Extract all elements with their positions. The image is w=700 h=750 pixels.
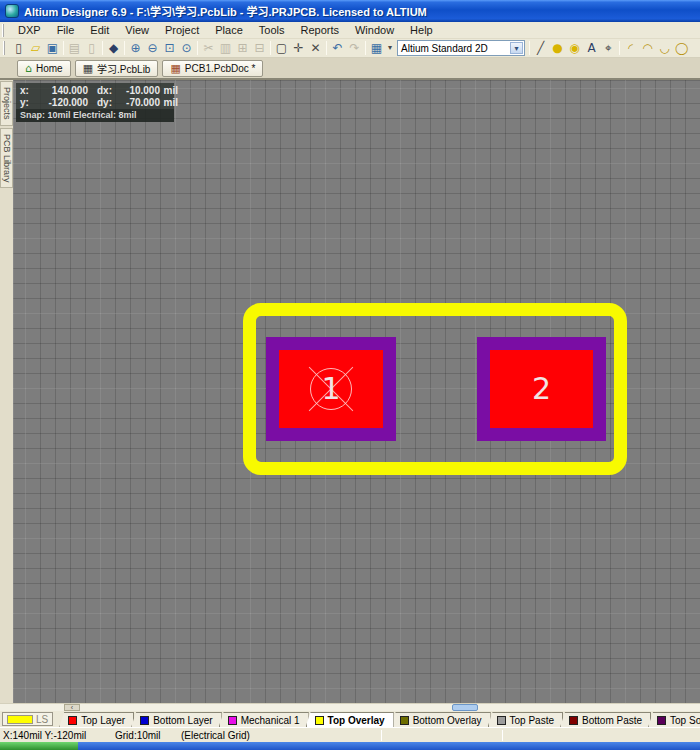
start-button-edge[interactable]	[0, 742, 78, 750]
layer-swatch	[68, 716, 77, 725]
break-track-icon[interactable]: ✕	[307, 40, 324, 56]
hud-x-unit: mil	[160, 85, 178, 96]
hud-y-value: -120.000	[36, 97, 88, 108]
altium-designer-window: Altium Designer 6.9 - F:\学习\学习.PcbLib - …	[0, 0, 700, 750]
layer-tab-bottom-overlay[interactable]: Bottom Overlay	[391, 712, 491, 727]
toolbar-separator	[197, 41, 198, 55]
tab-pcbdoc[interactable]: ▦ PCB1.PcbDoc *	[162, 60, 263, 77]
toolbar-grip[interactable]	[3, 41, 8, 55]
layer-tab-top-overlay[interactable]: Top Overlay	[306, 712, 394, 727]
menu-grip[interactable]	[2, 24, 7, 37]
layer-set-swatch	[7, 715, 33, 724]
pad-2[interactable]: 2	[477, 337, 606, 441]
menu-place[interactable]: Place	[207, 23, 251, 38]
tab-pcbdoc-label: PCB1.PcbDoc *	[185, 63, 256, 74]
side-panel-strip: Projects PCB Library	[0, 80, 13, 703]
horizontal-scrollbar[interactable]: ‹	[0, 703, 700, 711]
filter-mask-icon[interactable]: ◆	[105, 40, 122, 56]
place-via-icon[interactable]: ◉	[566, 40, 583, 56]
layer-swatch	[569, 716, 578, 725]
window-title: Altium Designer 6.9 - F:\学习\学习.PcbLib - …	[24, 3, 427, 19]
hud-x-value: 140.000	[36, 85, 88, 96]
paste-array-icon[interactable]: ⊟	[251, 40, 268, 56]
menu-file[interactable]: File	[49, 23, 83, 38]
layer-tab-top-layer[interactable]: Top Layer	[59, 712, 134, 727]
pcbdoc-icon: ▦	[170, 63, 180, 74]
status-divider	[502, 730, 503, 741]
undo-icon[interactable]: ↶	[329, 40, 346, 56]
menu-window[interactable]: Window	[347, 23, 402, 38]
hud-dy-value: -70.000	[112, 97, 160, 108]
select-area-icon[interactable]: ▢	[273, 40, 290, 56]
menu-help[interactable]: Help	[402, 23, 441, 38]
combo-caret-icon[interactable]: ▾	[510, 42, 523, 54]
layer-tab-label: Top Layer	[81, 715, 125, 726]
pcblib-icon: ▦	[83, 63, 93, 74]
zoom-area-icon[interactable]: ⊡	[161, 40, 178, 56]
menu-reports[interactable]: Reports	[292, 23, 347, 38]
scrollbar-thumb[interactable]	[452, 704, 478, 711]
hud-dy-label: dy:	[88, 97, 112, 108]
arc-center-icon[interactable]: ◜	[622, 40, 639, 56]
layer-swatch	[497, 716, 506, 725]
copy-icon[interactable]: ▥	[217, 40, 234, 56]
layer-tab-top-paste[interactable]: Top Paste	[488, 712, 563, 727]
status-cursor-position: X:140mil Y:-120mil	[3, 730, 115, 741]
pad-1-designator: 1	[321, 374, 340, 404]
grid-settings-icon[interactable]: ▦	[368, 40, 385, 56]
menu-bar: DXP File Edit View Project Place Tools R…	[0, 22, 700, 39]
view-style-combobox[interactable]: Altium Standard 2D ▾	[397, 40, 525, 56]
print-preview-icon[interactable]: ▯	[83, 40, 100, 56]
save-icon[interactable]: ▣	[44, 40, 61, 56]
layer-swatch	[657, 716, 666, 725]
grid-caret-icon[interactable]: ▾	[385, 40, 395, 56]
status-bar: X:140mil Y:-120mil Grid:10mil (Electrica…	[0, 727, 700, 742]
zoom-out-icon[interactable]: ⊖	[144, 40, 161, 56]
place-coordinate-icon[interactable]: ⌖	[600, 40, 617, 56]
place-line-icon[interactable]: ╱	[532, 40, 549, 56]
arc-any-angle-icon[interactable]: ◡	[656, 40, 673, 56]
pad-1[interactable]: 1	[266, 337, 396, 441]
main-area: Projects PCB Library x: 140.000 dx: -10.…	[0, 80, 700, 703]
title-bar[interactable]: Altium Designer 6.9 - F:\学习\学习.PcbLib - …	[0, 0, 700, 22]
arc-edge-icon[interactable]: ◠	[639, 40, 656, 56]
redo-icon[interactable]: ↷	[346, 40, 363, 56]
layer-set-label: LS	[36, 714, 48, 725]
zoom-document-icon[interactable]: ⊙	[178, 40, 195, 56]
tab-home[interactable]: ⌂ Home	[17, 60, 71, 77]
tab-pcblib[interactable]: ▦ 学习.PcbLib	[75, 60, 159, 77]
place-string-icon[interactable]: A	[583, 40, 600, 56]
layer-tab-bottom-layer[interactable]: Bottom Layer	[131, 712, 221, 727]
hud-snap-info: Snap: 10mil Electrical: 8mil	[16, 109, 174, 122]
open-icon[interactable]: ▱	[27, 40, 44, 56]
menu-edit[interactable]: Edit	[82, 23, 117, 38]
print-icon[interactable]: ▤	[66, 40, 83, 56]
toolbar-separator	[326, 41, 327, 55]
document-tab-bar: ⌂ Home ▦ 学习.PcbLib ▦ PCB1.PcbDoc *	[0, 58, 700, 80]
full-circle-icon[interactable]: ◯	[673, 40, 690, 56]
menu-view[interactable]: View	[117, 23, 157, 38]
sidebar-item-pcb-library[interactable]: PCB Library	[0, 128, 13, 189]
layer-swatch	[400, 716, 409, 725]
layer-tab-mechanical-1[interactable]: Mechanical 1	[219, 712, 309, 727]
new-document-icon[interactable]: ▯	[10, 40, 27, 56]
status-grid-mode: (Electrical Grid)	[181, 730, 381, 741]
layer-set-selector[interactable]: LS	[2, 712, 53, 726]
paste-icon[interactable]: ⊞	[234, 40, 251, 56]
toolbar-separator	[619, 41, 620, 55]
zoom-in-icon[interactable]: ⊕	[127, 40, 144, 56]
cut-icon[interactable]: ✂	[200, 40, 217, 56]
move-icon[interactable]: ✛	[290, 40, 307, 56]
place-pad-icon[interactable]: ●	[549, 40, 566, 56]
menu-project[interactable]: Project	[157, 23, 207, 38]
hud-y-label: y:	[20, 97, 36, 108]
layer-tab-bottom-paste[interactable]: Bottom Paste	[560, 712, 651, 727]
menu-tools[interactable]: Tools	[251, 23, 293, 38]
menu-dxp[interactable]: DXP	[10, 23, 49, 38]
toolbar-separator	[270, 41, 271, 55]
sidebar-item-projects[interactable]: Projects	[0, 81, 13, 126]
pcb-canvas[interactable]: x: 140.000 dx: -10.000 mil y: -120.000 d…	[13, 80, 700, 703]
scroll-left-arrow-icon[interactable]: ‹	[64, 704, 80, 711]
layer-swatch	[140, 716, 149, 725]
layer-tab-top-solder[interactable]: Top Solder	[648, 712, 700, 727]
